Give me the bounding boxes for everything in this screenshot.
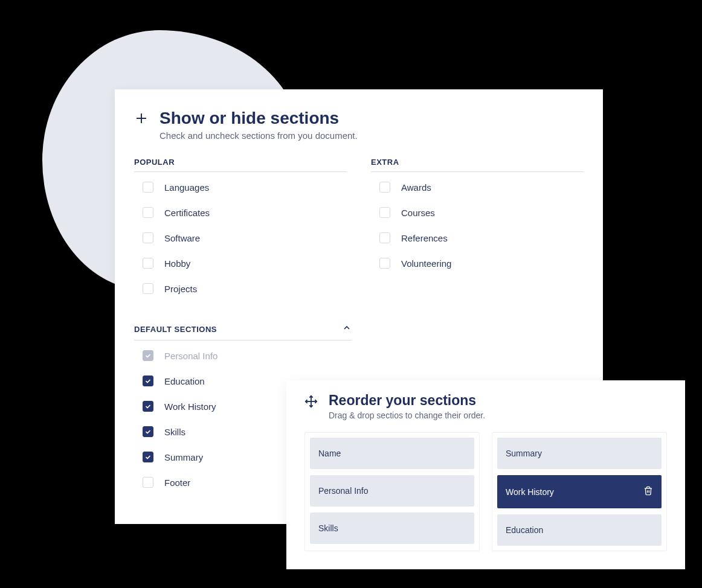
checkbox-label: Skills <box>164 427 185 437</box>
checkbox-label: Languages <box>164 182 209 193</box>
drag-item-label: Education <box>506 525 543 535</box>
checkbox-row-hobby[interactable]: Hobby <box>134 251 347 276</box>
reorder-left-column: Name Personal Info Skills <box>304 432 480 551</box>
checkbox-label: Volunteering <box>401 258 451 269</box>
checkbox-awards[interactable] <box>379 182 390 193</box>
checkbox-label: Awards <box>401 182 431 193</box>
checkbox-volunteering[interactable] <box>379 258 390 269</box>
checkbox-label: Summary <box>164 452 203 462</box>
checkbox-row-courses[interactable]: Courses <box>371 200 584 225</box>
checkbox-label: Projects <box>164 284 197 294</box>
checkbox-label: Work History <box>164 401 216 412</box>
chevron-up-icon[interactable] <box>342 323 352 335</box>
checkbox-languages[interactable] <box>143 182 153 193</box>
checkbox-label: Certificates <box>164 208 210 218</box>
checkbox-row-certificates[interactable]: Certificates <box>134 200 347 225</box>
drag-item-name[interactable]: Name <box>310 438 474 469</box>
drag-item-label: Name <box>318 449 341 458</box>
reorder-panel-subtitle: Drag & drop sectios to change their orde… <box>329 411 485 420</box>
checkbox-certificates[interactable] <box>143 207 153 218</box>
checkbox-row-software[interactable]: Software <box>134 225 347 251</box>
checkbox-label: Software <box>164 233 200 243</box>
sections-panel-title: Show or hide sections <box>159 109 358 128</box>
drag-item-personal-info[interactable]: Personal Info <box>310 475 474 507</box>
checkbox-label: Personal Info <box>164 351 217 361</box>
drag-item-label: Personal Info <box>318 486 369 496</box>
checkbox-label: Courses <box>401 208 435 218</box>
checkbox-skills[interactable] <box>143 426 153 437</box>
checkbox-hobby[interactable] <box>143 258 153 269</box>
checkbox-software[interactable] <box>143 232 153 243</box>
popular-group-label: POPULAR <box>134 158 347 172</box>
checkbox-references[interactable] <box>379 232 390 243</box>
reorder-sections-panel: Reorder your sections Drag & drop sectio… <box>286 380 685 569</box>
sections-panel-subtitle: Check and uncheck sections from you docu… <box>159 130 358 141</box>
reorder-panel-title: Reorder your sections <box>329 392 485 409</box>
checkbox-row-projects[interactable]: Projects <box>134 276 347 301</box>
checkbox-personal-info <box>143 350 153 361</box>
drag-item-education[interactable]: Education <box>497 514 662 546</box>
drag-item-summary[interactable]: Summary <box>497 438 662 469</box>
drag-item-work-history[interactable]: Work History <box>497 475 662 508</box>
checkbox-label: References <box>401 233 448 243</box>
drag-item-label: Skills <box>318 523 338 533</box>
checkbox-label: Hobby <box>164 258 190 269</box>
drag-item-label: Work History <box>506 487 554 497</box>
checkbox-row-references[interactable]: References <box>371 225 584 251</box>
plus-icon <box>134 111 149 128</box>
checkbox-row-languages[interactable]: Languages <box>134 174 347 200</box>
checkbox-row-volunteering[interactable]: Volunteering <box>371 251 584 276</box>
popular-column: POPULAR Languages Certificates Software … <box>134 158 347 301</box>
extra-group-label: EXTRA <box>371 158 584 172</box>
checkbox-row-personal-info: Personal Info <box>134 343 352 368</box>
checkbox-work-history[interactable] <box>143 401 153 412</box>
drag-item-skills[interactable]: Skills <box>310 513 474 544</box>
checkbox-label: Footer <box>164 478 190 488</box>
checkbox-education[interactable] <box>143 375 153 386</box>
checkbox-summary[interactable] <box>143 452 153 462</box>
checkbox-footer[interactable] <box>143 477 153 488</box>
default-group-label: DEFAULT SECTIONS <box>134 325 217 334</box>
checkbox-projects[interactable] <box>143 283 153 294</box>
checkbox-row-awards[interactable]: Awards <box>371 174 584 200</box>
trash-icon[interactable] <box>643 486 653 497</box>
reorder-right-column: Summary Work History Education <box>492 432 667 551</box>
extra-column: EXTRA Awards Courses References Voluntee… <box>371 158 584 301</box>
drag-item-label: Summary <box>506 449 542 458</box>
move-icon <box>304 395 318 411</box>
checkbox-label: Education <box>164 376 205 386</box>
checkbox-courses[interactable] <box>379 207 390 218</box>
